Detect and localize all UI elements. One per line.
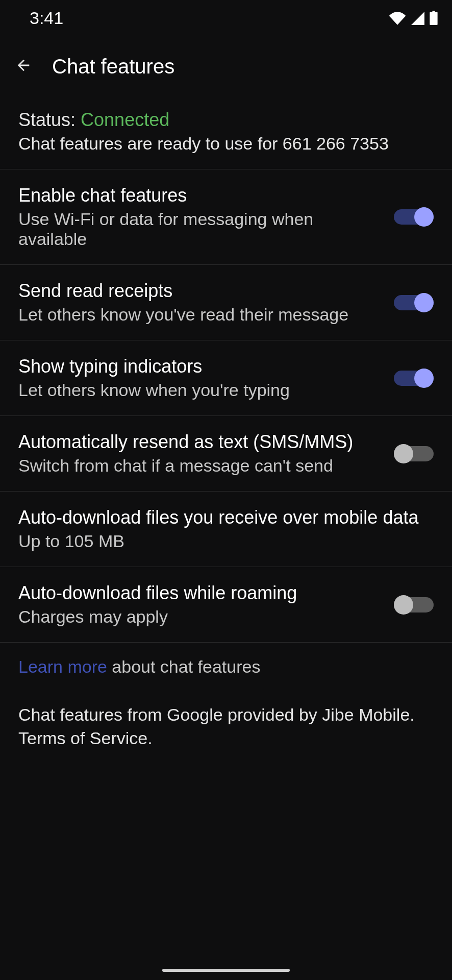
- status-icons: [389, 11, 438, 25]
- setting-send-read-receipts[interactable]: Send read receipts Let others know you'v…: [0, 265, 452, 340]
- setting-title: Send read receipts: [18, 280, 382, 302]
- setting-show-typing-indicators[interactable]: Show typing indicators Let others know w…: [0, 340, 452, 416]
- learn-more-line: Learn more about chat features: [18, 657, 434, 677]
- status-section: Status: Connected Chat features are read…: [0, 97, 452, 169]
- back-button[interactable]: [9, 52, 38, 81]
- toggle-auto-download-roaming[interactable]: [394, 595, 434, 615]
- status-bar: 3:41: [0, 0, 452, 36]
- footer: Learn more about chat features Chat feat…: [0, 643, 452, 754]
- status-subtext: Chat features are ready to use for 661 2…: [18, 134, 434, 154]
- setting-auto-resend-sms[interactable]: Automatically resend as text (SMS/MMS) S…: [0, 416, 452, 492]
- learn-more-rest: about chat features: [107, 657, 261, 676]
- toggle-show-typing-indicators[interactable]: [394, 369, 434, 388]
- setting-subtitle: Let others know when you're typing: [18, 380, 382, 400]
- setting-enable-chat-features[interactable]: Enable chat features Use Wi-Fi or data f…: [0, 169, 452, 265]
- toggle-send-read-receipts[interactable]: [394, 293, 434, 312]
- battery-icon: [430, 11, 438, 25]
- status-line: Status: Connected: [18, 109, 434, 131]
- status-value: Connected: [81, 109, 169, 130]
- setting-auto-download-roaming[interactable]: Auto-download files while roaming Charge…: [0, 567, 452, 643]
- setting-title: Auto-download files you receive over mob…: [18, 507, 434, 528]
- arrow-left-icon: [15, 57, 32, 76]
- setting-auto-download-mobile[interactable]: Auto-download files you receive over mob…: [0, 492, 452, 567]
- setting-subtitle: Charges may apply: [18, 607, 382, 627]
- setting-subtitle: Up to 105 MB: [18, 531, 434, 551]
- setting-subtitle: Switch from chat if a message can't send: [18, 456, 382, 476]
- clock: 3:41: [30, 8, 63, 28]
- setting-title: Auto-download files while roaming: [18, 582, 382, 604]
- toggle-auto-resend-sms[interactable]: [394, 444, 434, 463]
- toggle-enable-chat-features[interactable]: [394, 207, 434, 227]
- setting-subtitle: Use Wi-Fi or data for messaging when ava…: [18, 209, 382, 249]
- setting-subtitle: Let others know you've read their messag…: [18, 305, 382, 325]
- setting-title: Show typing indicators: [18, 356, 382, 377]
- setting-title: Automatically resend as text (SMS/MMS): [18, 431, 382, 453]
- provider-line1: Chat features from Google provided by Ji…: [18, 705, 415, 724]
- home-indicator[interactable]: [162, 969, 290, 972]
- wifi-icon: [389, 12, 406, 25]
- terms-of-service-link[interactable]: Terms of Service.: [18, 728, 153, 748]
- setting-title: Enable chat features: [18, 185, 382, 206]
- status-label: Status:: [18, 109, 81, 130]
- cellular-icon: [411, 12, 424, 25]
- app-bar: Chat features: [0, 36, 452, 97]
- page-title: Chat features: [52, 55, 174, 78]
- learn-more-link[interactable]: Learn more: [18, 657, 107, 676]
- provider-info: Chat features from Google provided by Ji…: [18, 703, 434, 750]
